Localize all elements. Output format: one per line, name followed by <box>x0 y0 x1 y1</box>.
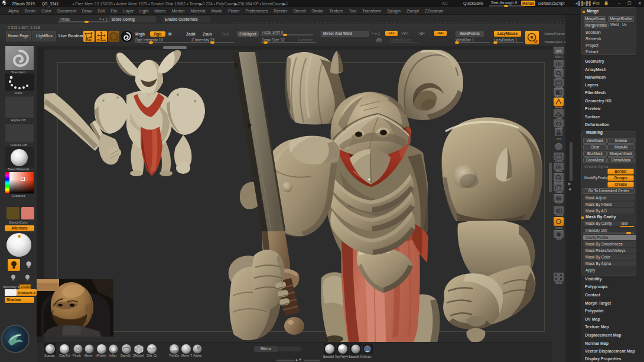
svg-text:D: D <box>534 38 538 44</box>
